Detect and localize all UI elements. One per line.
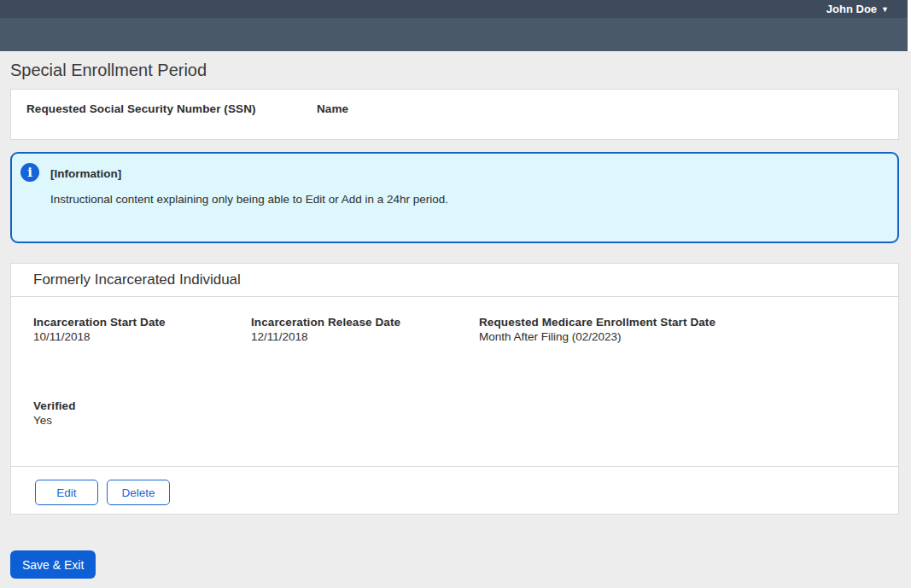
name-field: Name: [317, 102, 348, 131]
verified-value: Yes: [33, 413, 76, 428]
information-banner-body: Instructional content explaining only be…: [50, 193, 448, 206]
ssn-label: Requested Social Security Number (SSN): [26, 102, 256, 116]
information-banner-title: [Information]: [50, 167, 121, 180]
name-value: [317, 116, 348, 131]
delete-button[interactable]: Delete: [107, 480, 170, 505]
screen: John Doe ▼ Special Enrollment Period Req…: [0, 0, 911, 588]
chevron-down-icon: ▼: [881, 5, 889, 14]
save-exit-button[interactable]: Save & Exit: [10, 550, 96, 579]
user-menu-label: John Doe: [826, 3, 877, 15]
verified-field: Verified Yes: [33, 399, 76, 428]
top-navbar: John Doe ▼: [0, 0, 908, 18]
incarceration-release-date-label: Incarceration Release Date: [251, 315, 400, 329]
summary-card: Requested Social Security Number (SSN) N…: [10, 89, 899, 140]
incarceration-start-date-value: 10/11/2018: [33, 329, 166, 344]
secondary-navbar: [0, 18, 908, 51]
ssn-value: [26, 116, 256, 131]
information-banner: i [Information] Instructional content ex…: [10, 152, 899, 243]
info-icon-glyph: i: [27, 166, 32, 179]
medicare-enrollment-start-date-label: Requested Medicare Enrollment Start Date: [479, 315, 715, 329]
incarcerated-individual-card: Formerly Incarcerated Individual Incarce…: [10, 263, 899, 515]
info-icon: i: [20, 163, 39, 182]
verified-label: Verified: [33, 399, 76, 413]
name-label: Name: [317, 102, 348, 116]
incarceration-start-date-label: Incarceration Start Date: [33, 315, 166, 329]
medicare-enrollment-start-date-field: Requested Medicare Enrollment Start Date…: [479, 315, 715, 344]
card-actions: Edit Delete: [11, 466, 898, 505]
medicare-enrollment-start-date-value: Month After Filing (02/2023): [479, 329, 715, 344]
scrollbar-track[interactable]: [908, 0, 911, 51]
incarceration-release-date-value: 12/11/2018: [251, 329, 400, 344]
edit-button[interactable]: Edit: [35, 480, 98, 505]
ssn-field: Requested Social Security Number (SSN): [26, 102, 256, 131]
user-menu[interactable]: John Doe ▼: [826, 0, 889, 18]
page-title: Special Enrollment Period: [10, 61, 207, 80]
incarcerated-card-title: Formerly Incarcerated Individual: [11, 264, 898, 297]
incarceration-release-date-field: Incarceration Release Date 12/11/2018: [251, 315, 400, 344]
incarceration-start-date-field: Incarceration Start Date 10/11/2018: [33, 315, 166, 344]
